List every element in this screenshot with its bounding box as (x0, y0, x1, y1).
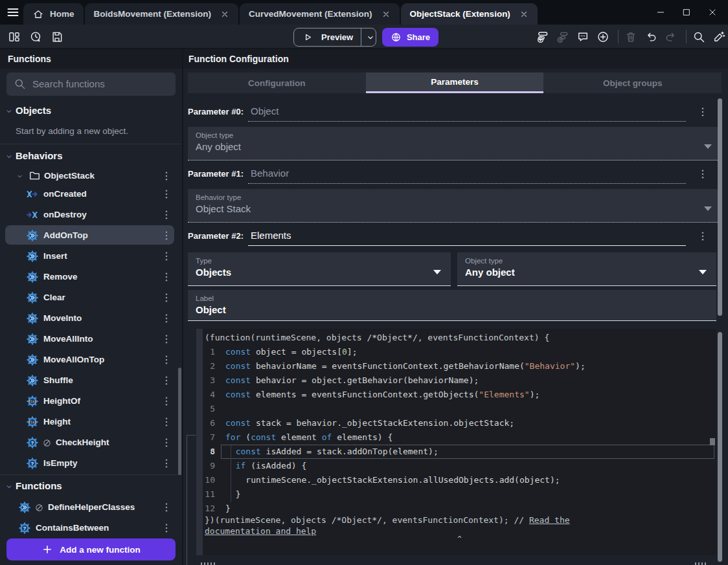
add-new-function-button[interactable]: Add a new function (6, 538, 176, 560)
kebab-menu-icon[interactable] (161, 375, 172, 386)
parameter-0-name-input[interactable]: Object (251, 105, 279, 116)
code-line-3[interactable]: 3const behavior = object.getBehavior(beh… (203, 373, 716, 388)
kebab-menu-icon[interactable] (697, 168, 709, 180)
code-line-4[interactable]: 4const elements = eventsFunctionContext.… (203, 388, 716, 402)
save-icon[interactable] (51, 30, 63, 43)
comment-icon[interactable] (576, 30, 589, 43)
sidebar-scrollbar[interactable] (178, 368, 181, 475)
behavior-function-item-moveallinto[interactable]: MoveAllInto (0, 329, 182, 349)
parameter-2-type-select[interactable]: Type Objects (188, 252, 451, 286)
behavior-function-item-ondestroy[interactable]: onDestroy (0, 205, 182, 225)
code-area-scrollbar[interactable] (718, 332, 722, 562)
code-line-11[interactable]: 11 } (203, 487, 716, 502)
add-circle-icon[interactable] (597, 30, 609, 43)
code-editor[interactable]: (function(runtimeScene, objects /*Object… (203, 329, 716, 555)
collapse-caret[interactable]: ^ (203, 535, 716, 543)
kebab-menu-icon[interactable] (161, 292, 172, 304)
kebab-menu-icon[interactable] (161, 437, 172, 449)
behavior-function-item-moveinto[interactable]: MoveInto (0, 308, 182, 329)
code-line-5[interactable]: 5 (203, 402, 716, 416)
parameter-2-object-type-select[interactable]: Object type Any object (457, 252, 716, 286)
section-behaviors[interactable]: Behaviors (0, 146, 182, 167)
parameter-2-name-input[interactable]: Elements (251, 230, 291, 241)
behavior-function-item-heightof[interactable]: f(x)HeightOf (0, 391, 182, 412)
tab-parameters[interactable]: Parameters (366, 72, 544, 93)
chevron-down-icon[interactable] (366, 33, 375, 42)
chevron-down-icon[interactable] (5, 483, 13, 491)
kebab-menu-icon[interactable] (161, 313, 172, 324)
kebab-menu-icon[interactable] (161, 271, 172, 283)
kebab-menu-icon[interactable] (161, 502, 172, 513)
minimize-icon[interactable] (648, 4, 674, 21)
add-event-icon[interactable] (536, 30, 549, 43)
kebab-menu-icon[interactable] (161, 416, 172, 428)
behavior-function-item-isempty[interactable]: ?IsEmpty (0, 453, 182, 474)
kebab-menu-icon[interactable] (161, 354, 172, 366)
search-icon[interactable] (692, 30, 705, 43)
undo-icon[interactable] (644, 30, 657, 43)
add-object-button[interactable] (159, 105, 172, 118)
section-functions[interactable]: Functions (0, 476, 182, 497)
kebab-menu-icon[interactable] (697, 230, 709, 242)
code-line-10[interactable]: 10 runtimeScene._objectStackExtension.al… (203, 473, 716, 487)
add-free-function-button[interactable] (159, 480, 172, 493)
code-line-2[interactable]: 2const behaviorName = eventsFunctionCont… (203, 359, 716, 373)
layout-panels-icon[interactable] (8, 30, 21, 43)
editor-tab-curvedmovement-extension[interactable]: CurvedMovement (Extension) (240, 3, 400, 25)
chevron-down-icon[interactable] (16, 173, 23, 180)
kebab-menu-icon[interactable] (161, 458, 172, 469)
parameter-1-behavior-type-select[interactable]: Behavior type Object Stack (188, 189, 722, 223)
free-function-item-definehelperclasses[interactable]: DefineHelperClasses (0, 497, 182, 518)
kebab-menu-icon[interactable] (161, 250, 172, 262)
documentation-link[interactable]: Read the (529, 515, 570, 525)
tab-configuration[interactable]: Configuration (188, 72, 366, 93)
free-function-item-containsbetween[interactable]: ?ContainsBetween (0, 518, 182, 538)
behavior-function-item-shuffle[interactable]: Shuffle (0, 370, 182, 391)
chevron-down-icon[interactable] (5, 153, 13, 161)
code-line-7[interactable]: 7for (const element of elements) { (203, 430, 716, 445)
kebab-menu-icon[interactable] (161, 188, 172, 200)
kebab-menu-icon[interactable] (161, 170, 172, 182)
code-line-6[interactable]: 6const stack = behavior._objectStackExte… (203, 416, 716, 430)
hamburger-menu-icon[interactable] (6, 6, 20, 19)
section-objects[interactable]: Objects (0, 101, 182, 122)
kebab-menu-icon[interactable] (161, 522, 172, 534)
behavior-function-item-moveallontop[interactable]: MoveAllOnTop (0, 349, 182, 370)
history-icon[interactable] (29, 30, 42, 43)
kebab-menu-icon[interactable] (161, 395, 172, 407)
close-icon[interactable] (220, 10, 229, 19)
parameter-1-name-input[interactable]: Behavior (251, 168, 289, 179)
behavior-function-item-insert[interactable]: Insert (0, 246, 182, 267)
behavior-function-item-oncreated[interactable]: onCreated (0, 184, 182, 205)
editor-tab-objectstack-extension[interactable]: ObjectStack (Extension) (401, 3, 538, 25)
maximize-icon[interactable] (674, 4, 700, 21)
behavior-function-item-height[interactable]: f(x)Height (0, 412, 182, 432)
parameter-2-label-input[interactable]: Label Object (188, 290, 716, 321)
behavior-function-item-clear[interactable]: Clear (0, 287, 182, 308)
behavior-function-item-checkheight[interactable]: ?CheckHeight (0, 432, 182, 453)
kebab-menu-icon[interactable] (161, 333, 172, 345)
parameter-0-object-type-select[interactable]: Object type Any object (188, 127, 722, 161)
kebab-menu-icon[interactable] (161, 209, 172, 221)
close-icon[interactable] (381, 10, 391, 19)
editor-tab-boidsmovement-extension[interactable]: BoidsMovement (Extension) (85, 3, 239, 25)
share-button[interactable]: Share (382, 28, 438, 47)
code-line-1[interactable]: 1const object = objects[0]; (203, 345, 716, 359)
tab-object-groups[interactable]: Object groups (543, 72, 722, 93)
behavior-function-item-remove[interactable]: Remove (0, 267, 182, 287)
add-behavior-button[interactable] (159, 150, 172, 163)
behavior-function-item-addontop[interactable]: AddOnTop (0, 225, 182, 246)
magic-pencil-icon[interactable] (712, 30, 725, 43)
code-line-8[interactable]: 8 const isAdded = stack.addOnTop(element… (203, 445, 716, 459)
preview-button[interactable]: Preview (293, 28, 376, 47)
code-line-12[interactable]: 12} (203, 502, 716, 516)
close-icon[interactable] (519, 10, 529, 19)
search-input[interactable]: Search functions (6, 72, 176, 96)
close-window-icon[interactable] (700, 4, 725, 21)
editor-tab-home[interactable]: Home (23, 3, 84, 25)
kebab-menu-icon[interactable] (161, 230, 172, 241)
code-line-9[interactable]: 9 if (isAdded) { (203, 459, 716, 473)
kebab-menu-icon[interactable] (697, 106, 709, 118)
chevron-down-icon[interactable] (5, 107, 13, 115)
parameters-scrollbar[interactable] (718, 98, 722, 316)
